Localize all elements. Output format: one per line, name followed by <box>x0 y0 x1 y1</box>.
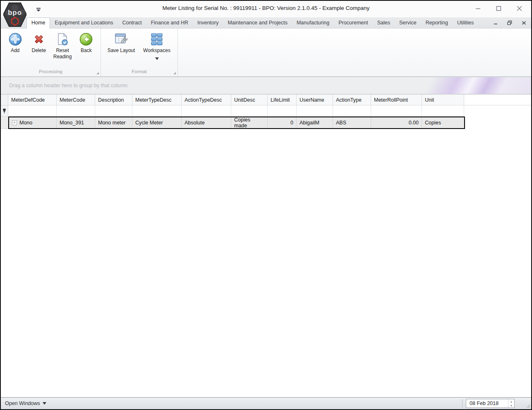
resize-grip[interactable] <box>525 403 530 408</box>
reset-reading-button[interactable]: Reset Reading <box>51 30 74 60</box>
mdi-close-button[interactable] <box>520 20 527 26</box>
tab-service[interactable]: Service <box>395 18 421 28</box>
statusbar-separator <box>462 399 463 408</box>
ribbon-group-format: Save Layout <box>101 29 178 76</box>
tab-equipment-and-locations[interactable]: Equipment and Locations <box>50 18 117 28</box>
app-window: bpo Meter Listing for Serial No. : 99119… <box>0 0 532 410</box>
cell-username[interactable]: AbigailM <box>297 117 333 128</box>
cell-unitdesc[interactable]: Copies made <box>231 117 268 128</box>
grid-header-row: MeterDefCode MeterCode Description Meter… <box>1 94 531 105</box>
column-header-unit[interactable]: Unit <box>422 94 464 105</box>
ribbon-tabstrip: Home Equipment and Locations Contract Fi… <box>1 17 531 29</box>
column-header-meterdefcode[interactable]: MeterDefCode <box>8 94 57 105</box>
add-button-label: Add <box>11 48 19 54</box>
tab-home[interactable]: Home <box>26 17 50 29</box>
tab-procurement[interactable]: Procurement <box>334 18 373 28</box>
cell-lifelimit[interactable]: 0 <box>268 117 297 128</box>
cell-meterrollpoint[interactable]: 0.00 <box>371 117 422 128</box>
filter-cell-actiontypedesc[interactable] <box>182 105 231 117</box>
statusbar: Open Windows 08 Feb 2018 ▲ ▼ <box>1 397 531 409</box>
window-title: Meter Listing for Serial No. : 99119911 … <box>1 5 531 11</box>
cell-metertypedesc[interactable]: Cycle Meter <box>132 117 182 128</box>
mdi-restore-button[interactable] <box>506 20 513 26</box>
ribbon: Add Delete <box>1 29 531 77</box>
save-layout-button[interactable]: Save Layout <box>103 30 139 54</box>
ribbon-empty-area <box>178 29 531 76</box>
add-plus-circle-icon <box>8 32 22 46</box>
cell-meterdefcode[interactable]: + Mono <box>9 117 57 128</box>
tab-finance-and-hr[interactable]: Finance and HR <box>146 18 193 28</box>
column-header-meterrollpoint[interactable]: MeterRollPoint <box>371 94 422 105</box>
row-indicator <box>1 117 8 129</box>
filter-filler <box>464 105 531 117</box>
column-header-metercode[interactable]: MeterCode <box>57 94 95 105</box>
filter-cell-username[interactable] <box>297 105 333 117</box>
column-header-description[interactable]: Description <box>95 94 132 105</box>
column-header-actiontype[interactable]: ActionType <box>333 94 371 105</box>
filter-cell-metertypedesc[interactable] <box>132 105 182 117</box>
group-dialog-launcher-icon[interactable] <box>173 72 176 74</box>
column-header-actiontypedesc[interactable]: ActionTypeDesc <box>182 94 231 105</box>
filter-cell-unit[interactable] <box>422 105 464 117</box>
group-dialog-launcher-icon[interactable] <box>96 72 99 74</box>
cell-unit[interactable]: Copies <box>422 117 464 128</box>
tab-utilities[interactable]: Utilities <box>453 18 478 28</box>
spinner-down-icon[interactable]: ▼ <box>508 403 514 408</box>
tab-inventory[interactable]: Inventory <box>193 18 223 28</box>
filter-cell-metercode[interactable] <box>57 105 95 117</box>
filter-cell-meterdefcode[interactable] <box>8 105 57 117</box>
row-indicator-header <box>1 94 8 105</box>
date-value[interactable]: 08 Feb 2018 <box>466 400 508 406</box>
date-spinner: ▲ ▼ <box>508 399 514 408</box>
cell-metercode[interactable]: Mono_391 <box>57 117 95 128</box>
column-header-lifelimit[interactable]: LifeLimit <box>268 94 297 105</box>
grid-empty-area <box>1 129 531 397</box>
save-layout-button-label: Save Layout <box>108 48 135 54</box>
group-by-hint: Drag a column header here to group by th… <box>9 83 127 88</box>
tab-manufacturing[interactable]: Manufacturing <box>292 18 334 28</box>
mdi-window-controls <box>492 20 527 26</box>
spinner-up-icon[interactable]: ▲ <box>508 399 514 403</box>
tab-reporting[interactable]: Reporting <box>421 18 453 28</box>
chevron-down-icon <box>43 402 46 405</box>
focused-row-border[interactable]: + Mono Mono_391 Mono meter Cycle Meter A… <box>8 117 465 129</box>
filter-cell-unitdesc[interactable] <box>231 105 268 117</box>
column-header-unitdesc[interactable]: UnitDesc <box>231 94 268 105</box>
header-filler <box>464 94 531 105</box>
tab-contract[interactable]: Contract <box>117 18 146 28</box>
maximize-button[interactable] <box>494 4 503 12</box>
cell-actiontypedesc[interactable]: Absolute <box>182 117 231 128</box>
grid-filter-row <box>1 105 531 117</box>
filter-cell-actiontype[interactable] <box>333 105 371 117</box>
delete-x-icon <box>32 32 46 46</box>
cell-actiontype[interactable]: ABS <box>333 117 371 128</box>
group-by-panel[interactable]: Drag a column header here to group by th… <box>1 77 531 94</box>
filter-cell-lifelimit[interactable] <box>268 105 297 117</box>
column-header-username[interactable]: UserName <box>297 94 333 105</box>
minimize-button[interactable] <box>473 4 482 12</box>
workspaces-grid-icon <box>150 32 164 46</box>
tab-sales[interactable]: Sales <box>373 18 395 28</box>
row-expand-icon[interactable]: + <box>12 120 17 125</box>
tab-maintenance-and-projects[interactable]: Maintenance and Projects <box>223 18 292 28</box>
workspaces-button[interactable]: Workspaces <box>139 30 175 61</box>
mdi-minimize-button[interactable] <box>492 20 499 26</box>
svg-text:bpo: bpo <box>8 9 22 17</box>
close-button[interactable] <box>515 4 524 12</box>
add-button[interactable]: Add <box>3 30 27 54</box>
column-header-metertypedesc[interactable]: MeterTypeDesc <box>132 94 182 105</box>
delete-button[interactable]: Delete <box>27 30 50 54</box>
cell-description[interactable]: Mono meter <box>95 117 132 128</box>
filter-cell-description[interactable] <box>95 105 132 117</box>
save-layout-table-wrench-icon <box>114 32 128 46</box>
row-filler <box>465 117 531 129</box>
date-editor[interactable]: 08 Feb 2018 ▲ ▼ <box>466 399 515 408</box>
back-button[interactable]: Back <box>74 30 98 54</box>
ribbon-group-processing: Add Delete <box>1 29 101 76</box>
delete-button-label: Delete <box>32 48 46 54</box>
filter-cell-meterrollpoint[interactable] <box>371 105 422 117</box>
lavender-decoration <box>424 77 531 94</box>
open-windows-button[interactable]: Open Windows <box>5 400 46 406</box>
workspaces-button-label: Workspaces <box>143 48 170 54</box>
back-arrow-circle-icon <box>79 32 93 46</box>
